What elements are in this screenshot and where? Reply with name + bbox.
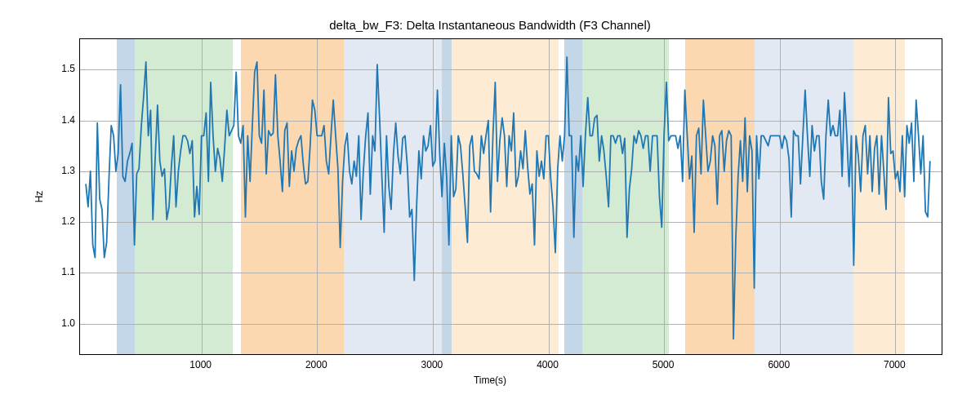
x-tick-label: 7000 — [884, 359, 906, 370]
y-tick-label: 1.3 — [61, 165, 75, 176]
x-axis-label: Time(s) — [0, 375, 980, 386]
line-svg — [80, 39, 942, 354]
x-tick-label: 1000 — [189, 359, 212, 370]
x-tick-label: 5000 — [653, 359, 675, 370]
series-line — [86, 57, 930, 339]
y-tick-label: 1.5 — [61, 63, 75, 74]
x-tick-label: 3000 — [421, 359, 443, 370]
y-tick-label: 1.4 — [61, 114, 75, 126]
y-axis-label: Hz — [33, 191, 45, 203]
plot-area — [79, 38, 942, 355]
y-tick-label: 1.1 — [61, 266, 75, 277]
x-tick-label: 2000 — [305, 359, 327, 370]
x-tick-label: 4000 — [537, 359, 559, 370]
y-tick-label: 1.0 — [61, 317, 75, 329]
chart-container: delta_bw_F3: Delta Instantaneous Bandwid… — [0, 0, 980, 408]
chart-title: delta_bw_F3: Delta Instantaneous Bandwid… — [0, 18, 980, 32]
y-tick-label: 1.2 — [61, 215, 75, 227]
x-tick-label: 6000 — [768, 359, 790, 370]
